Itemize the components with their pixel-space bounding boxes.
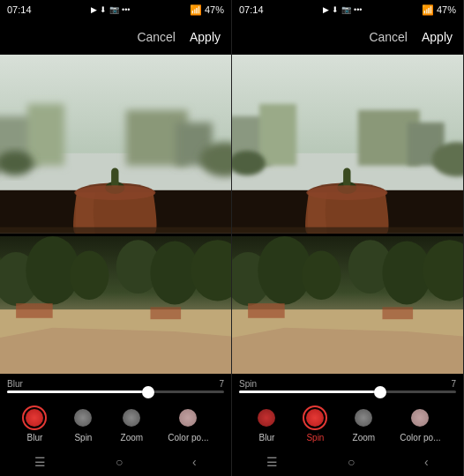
filter-blur-right[interactable]: Blur xyxy=(254,405,279,443)
status-time-left: 07:14 xyxy=(7,4,32,15)
slider-fill-left xyxy=(7,390,148,393)
filter-dot-inner-color-right xyxy=(411,409,429,427)
play-icon-right: ▶ xyxy=(323,5,329,14)
status-battery-right: 📶 47% xyxy=(422,4,456,16)
filter-dot-inner-zoom-right xyxy=(355,409,372,427)
filter-blur-left[interactable]: Blur xyxy=(22,405,47,443)
filter-color-right[interactable]: Color po... xyxy=(400,405,440,443)
filter-dot-inner-spin-right xyxy=(306,409,324,427)
header-right: Cancel Apply xyxy=(232,19,463,55)
svg-rect-52 xyxy=(248,303,285,318)
filter-dot-zoom-left xyxy=(119,405,144,430)
status-bar-right: 07:14 ▶ ⬇ 📷 ••• 📶 47% xyxy=(232,0,463,19)
nav-back-icon-right[interactable]: ‹ xyxy=(424,455,429,469)
slider-track-left[interactable] xyxy=(7,390,224,393)
filter-color-left[interactable]: Color po... xyxy=(168,405,208,443)
camera-icon-right: 📷 xyxy=(341,5,351,14)
svg-point-13 xyxy=(74,185,155,200)
filter-spin-left[interactable]: Spin xyxy=(71,405,95,443)
nav-menu-icon-left[interactable]: ☰ xyxy=(34,455,46,469)
download-icon-right: ⬇ xyxy=(332,5,339,14)
nav-bar-right: ☰ ○ ‹ xyxy=(232,448,463,476)
slider-label-right: Spin xyxy=(239,379,257,389)
svg-point-19 xyxy=(70,250,109,299)
slider-thumb-left[interactable] xyxy=(142,386,154,398)
filter-dot-blur-right xyxy=(254,405,279,430)
svg-rect-53 xyxy=(382,307,413,319)
filter-label-zoom-left: Zoom xyxy=(121,433,144,443)
nav-menu-icon-right[interactable]: ☰ xyxy=(266,455,278,469)
svg-rect-25 xyxy=(16,303,53,318)
slider-value-left: 7 xyxy=(219,379,224,389)
slider-track-right[interactable] xyxy=(239,390,456,393)
filter-zoom-left[interactable]: Zoom xyxy=(119,405,144,443)
svg-point-40 xyxy=(306,185,387,200)
filter-row-right: Blur Spin Zoom Color po... xyxy=(239,400,456,448)
status-icons-right: ▶ ⬇ 📷 ••• xyxy=(323,5,362,14)
photo-top-svg-right xyxy=(232,55,463,234)
apply-button-left[interactable]: Apply xyxy=(190,30,221,44)
photo-area-right xyxy=(232,55,463,374)
more-icon-right: ••• xyxy=(354,5,362,14)
download-icon: ⬇ xyxy=(100,5,107,14)
filter-label-blur-left: Blur xyxy=(27,433,43,443)
svg-rect-14 xyxy=(0,227,231,234)
slider-label-left: Blur xyxy=(7,379,23,389)
photo-area-left xyxy=(0,55,231,374)
nav-back-icon-left[interactable]: ‹ xyxy=(192,455,197,469)
slider-fill-right xyxy=(239,390,380,393)
nav-home-icon-right[interactable]: ○ xyxy=(348,455,355,469)
more-icon: ••• xyxy=(122,5,130,14)
filter-dot-inner-color-left xyxy=(179,409,197,427)
photo-bottom-right xyxy=(232,236,463,374)
photo-bottom-left xyxy=(0,236,231,374)
status-icons-left: ▶ ⬇ 📷 ••• xyxy=(91,5,130,14)
photo-top-right xyxy=(232,55,463,234)
filter-dot-zoom-right xyxy=(351,405,376,430)
filter-label-blur-right: Blur xyxy=(259,433,275,443)
slider-label-row-right: Spin 7 xyxy=(239,379,456,389)
nav-bar-left: ☰ ○ ‹ xyxy=(0,448,231,476)
filter-row-left: Blur Spin Zoom Color po... xyxy=(7,400,224,448)
svg-rect-39 xyxy=(343,168,350,188)
status-time-right: 07:14 xyxy=(239,4,264,15)
filter-dot-color-right xyxy=(408,405,432,430)
filter-dot-blur-left xyxy=(22,405,47,430)
photo-bottom-svg-right xyxy=(232,236,463,374)
photo-top-left xyxy=(0,55,231,234)
svg-rect-26 xyxy=(150,307,181,319)
left-panel: 07:14 ▶ ⬇ 📷 ••• 📶 47% Cancel Apply xyxy=(0,0,232,476)
filter-label-color-right: Color po... xyxy=(400,433,440,443)
controls-left: Blur 7 Blur Spin xyxy=(0,374,231,448)
nav-home-icon-left[interactable]: ○ xyxy=(116,455,123,469)
filter-label-zoom-right: Zoom xyxy=(353,433,376,443)
filter-zoom-right[interactable]: Zoom xyxy=(351,405,376,443)
filter-dot-spin-right xyxy=(303,405,327,430)
filter-label-spin-right: Spin xyxy=(306,433,324,443)
apply-button-right[interactable]: Apply xyxy=(422,30,453,44)
filter-dot-inner-zoom-left xyxy=(123,409,140,427)
right-panel: 07:14 ▶ ⬇ 📷 ••• 📶 47% Cancel Apply xyxy=(232,0,464,476)
filter-label-color-left: Color po... xyxy=(168,433,208,443)
header-left: Cancel Apply xyxy=(0,19,231,55)
filter-dot-inner-blur-right xyxy=(258,409,275,427)
svg-rect-30 xyxy=(259,104,296,166)
photo-top-svg-left xyxy=(0,55,231,234)
svg-rect-12 xyxy=(111,168,118,188)
filter-dot-inner-blur-left xyxy=(26,409,43,427)
controls-right: Spin 7 Blur Spin xyxy=(232,374,463,448)
filter-spin-right[interactable]: Spin xyxy=(303,405,327,443)
slider-thumb-right[interactable] xyxy=(374,386,386,398)
filter-dot-inner-spin-left xyxy=(74,409,92,427)
cancel-button-right[interactable]: Cancel xyxy=(369,30,408,44)
play-icon: ▶ xyxy=(91,5,97,14)
svg-rect-3 xyxy=(27,104,64,166)
slider-label-row-left: Blur 7 xyxy=(7,379,224,389)
slider-value-right: 7 xyxy=(451,379,456,389)
cancel-button-left[interactable]: Cancel xyxy=(137,30,176,44)
svg-rect-41 xyxy=(232,227,463,234)
filter-label-spin-left: Spin xyxy=(74,433,92,443)
status-bar-left: 07:14 ▶ ⬇ 📷 ••• 📶 47% xyxy=(0,0,231,19)
filter-dot-color-left xyxy=(176,405,200,430)
svg-point-46 xyxy=(302,250,341,299)
